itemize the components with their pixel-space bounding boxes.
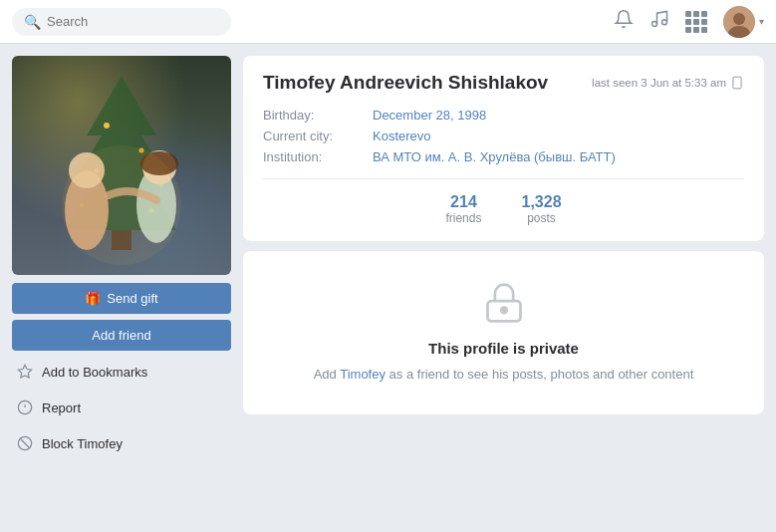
private-name-link[interactable]: Timofey [340,367,386,382]
user-avatar-wrapper[interactable]: ▾ [723,6,764,38]
left-panel: 🎁 Send gift Add friend Add to Bookmarks [12,56,231,458]
stats-row: 214 friends 1,328 posts [263,178,744,225]
institution-row: Institution: ВА МТО им. А. В. Хрулёва (б… [263,149,744,164]
gift-icon: 🎁 [85,291,101,306]
profile-photo [12,56,231,275]
add-bookmark-link[interactable]: Add to Bookmarks [12,357,231,387]
add-friend-button[interactable]: Add friend [12,320,231,351]
private-profile-card: This profile is private Add Timofey as a… [243,251,764,414]
lock-icon [482,281,526,328]
svg-point-0 [652,22,657,27]
bell-icon[interactable] [614,9,634,34]
svg-rect-25 [733,77,741,89]
friends-stat[interactable]: 214 friends [445,193,481,225]
header-icons: ▾ [614,6,764,38]
avatar [723,6,755,38]
block-icon [16,434,34,452]
private-title: This profile is private [428,340,579,357]
svg-point-3 [733,13,745,25]
send-gift-button[interactable]: 🎁 Send gift [12,283,231,314]
city-row: Current city: Kosterevo [263,129,744,143]
action-buttons: 🎁 Send gift Add friend Add to Bookmarks [12,283,231,458]
last-seen: last seen 3 Jun at 5:33 am [592,76,744,90]
search-bar[interactable]: 🔍 [12,8,231,36]
right-panel: Timofey Andreevich Shishlakov last seen … [243,56,764,458]
svg-point-7 [104,123,110,129]
birthday-row: Birthday: December 28, 1998 [263,108,744,123]
chevron-down-icon: ▾ [759,16,764,27]
search-icon: 🔍 [24,14,41,30]
device-icon [730,76,744,90]
search-input[interactable] [47,14,206,29]
apps-grid-icon[interactable] [685,11,707,33]
profile-name-row: Timofey Andreevich Shishlakov last seen … [263,72,744,94]
main-layout: 🎁 Send gift Add friend Add to Bookmarks [0,44,776,470]
svg-point-1 [662,20,667,25]
profile-name: Timofey Andreevich Shishlakov [263,72,548,94]
posts-stat[interactable]: 1,328 posts [521,193,561,225]
svg-marker-19 [18,365,31,378]
private-subtitle: Add Timofey as a friend to see his posts… [314,365,694,385]
svg-point-18 [62,145,181,265]
block-link[interactable]: Block Timofey [12,428,231,458]
profile-info-card: Timofey Andreevich Shishlakov last seen … [243,56,764,241]
bookmark-icon [16,363,34,381]
report-icon [16,399,34,416]
music-icon[interactable] [649,9,669,34]
report-link[interactable]: Report [12,393,231,422]
svg-line-24 [20,438,29,447]
svg-point-28 [501,308,507,314]
header: 🔍 [0,0,776,44]
